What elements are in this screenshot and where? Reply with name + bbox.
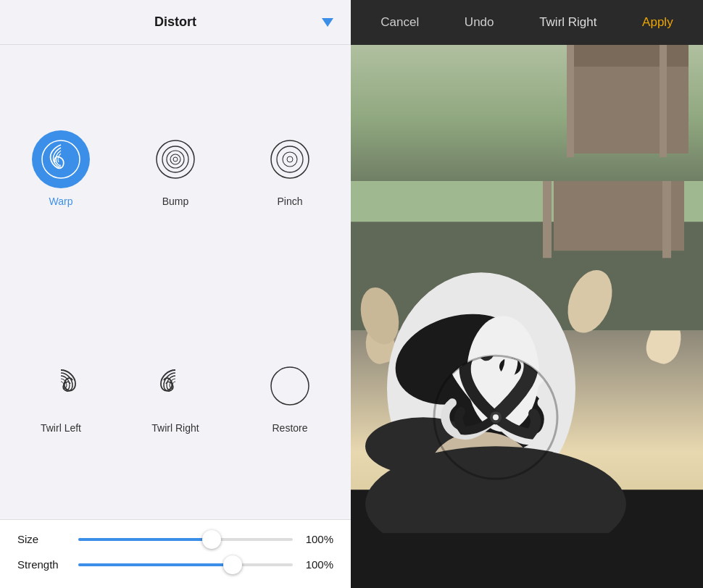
tool-restore[interactable]: Restore [236,286,344,505]
svg-point-4 [170,154,180,164]
bump-label: Bump [162,196,189,207]
size-slider-fill [78,538,212,541]
warp-icon [39,138,83,181]
strength-slider-track[interactable] [78,563,293,566]
active-tool-label: Twirl Right [531,9,605,35]
photo-area[interactable] [351,45,703,588]
tools-grid: Warp Bump [0,45,351,519]
restore-label: Restore [272,422,307,434]
twirl-right-icon [154,364,197,408]
tool-twirl-left[interactable]: Twirl Left [7,286,115,505]
strength-slider-thumb[interactable] [223,555,242,574]
strength-slider-row: Strength 100% [17,558,333,571]
svg-point-8 [283,152,297,167]
pinch-icon [268,138,312,181]
tool-warp[interactable]: Warp [7,59,115,279]
cancel-button[interactable]: Cancel [372,9,428,35]
undo-button[interactable]: Undo [456,9,503,35]
panel-title: Distort [154,14,196,30]
svg-point-10 [271,367,309,405]
apply-button[interactable]: Apply [633,9,682,35]
right-header: Cancel Undo Twirl Right Apply [351,0,703,45]
barn-roof [573,45,689,67]
left-panel-header: Distort [0,0,351,45]
left-panel: Distort Warp [0,0,351,588]
size-slider-row: Size 100% [17,533,333,545]
svg-point-9 [287,156,293,162]
svg-rect-29 [351,533,703,588]
svg-point-35 [493,414,499,420]
twirl-left-icon-wrap [32,357,90,415]
restore-icon-wrap [261,357,319,415]
right-panel: Cancel Undo Twirl Right Apply [351,0,703,588]
warp-label: Warp [49,196,73,207]
tool-pinch[interactable]: Pinch [236,59,344,279]
twirl-left-icon [39,364,83,408]
tool-bump[interactable]: Bump [122,59,229,279]
svg-point-5 [173,157,178,161]
goat-scene [351,45,703,588]
svg-rect-15 [543,181,552,258]
svg-rect-16 [662,181,671,258]
twirl-right-icon-wrap [146,357,204,415]
bump-icon [154,138,197,181]
goat-svg [351,181,703,589]
strength-value: 100% [301,558,333,571]
size-label: Size [17,533,70,545]
barn-post-right [660,45,667,157]
barn [573,59,689,154]
bump-icon-wrap [146,130,204,188]
sliders-section: Size 100% Strength 100% [0,519,351,588]
size-value: 100% [301,533,333,545]
twirl-right-label: Twirl Right [151,422,199,434]
svg-point-3 [167,151,184,168]
pinch-label: Pinch [277,196,302,207]
warp-icon-wrap [32,130,90,188]
tool-twirl-right[interactable]: Twirl Right [122,286,229,505]
pinch-icon-wrap [261,130,319,188]
svg-point-7 [277,146,303,172]
barn-post-left [567,45,574,157]
svg-point-2 [162,146,188,172]
goat-body [351,181,703,589]
strength-label: Strength [17,558,70,571]
dropdown-arrow-icon[interactable] [322,18,333,27]
svg-point-0 [42,140,80,178]
size-slider-track[interactable] [78,538,293,541]
twirl-left-label: Twirl Left [41,422,81,434]
strength-slider-fill [78,563,233,566]
restore-icon [268,364,312,408]
size-slider-thumb[interactable] [202,530,221,549]
